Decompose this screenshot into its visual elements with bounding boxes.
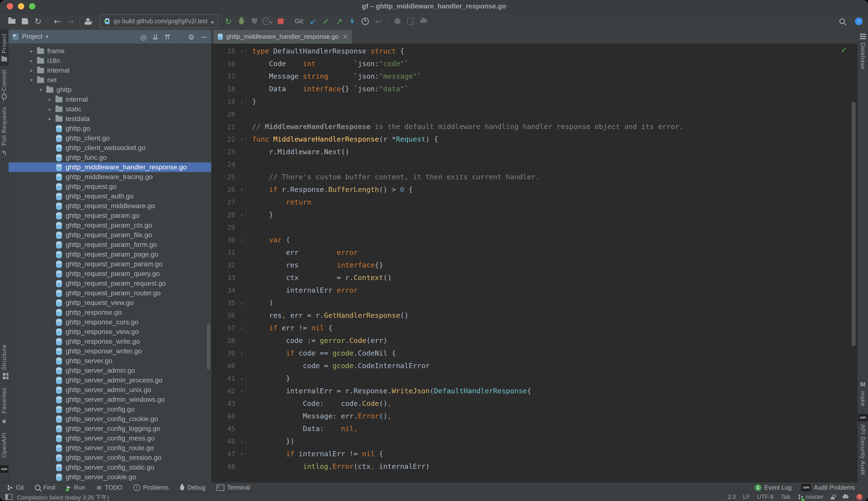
tool-button-openapi[interactable]: OpenAPI (0, 429, 8, 461)
tree-item-ghttp_func.go[interactable]: ghttp_func.go (9, 153, 211, 162)
editor-scrollbar[interactable] (851, 102, 856, 347)
editor-tab-active[interactable]: ghttp_middleware_handler_response.go (213, 30, 352, 44)
chevron-right-icon[interactable]: ▸ (27, 67, 36, 73)
tree-item-ghttp_server_config_cookie.go[interactable]: ghttp_server_config_cookie.go (9, 414, 211, 424)
git-commit-button[interactable] (320, 15, 332, 28)
tree-item-ghttp_server_config_route.go[interactable]: ghttp_server_config_route.go (9, 443, 211, 453)
tree-item-internal[interactable]: ▸internal (9, 66, 211, 75)
code-editor[interactable]: 15▾type DefaultHandlerResponse struct {1… (211, 44, 857, 482)
tree-item-ghttp_client_websocket.go[interactable]: ghttp_client_websocket.go (9, 143, 211, 153)
tree-item-ghttp.go[interactable]: ghttp.go (9, 124, 211, 134)
tree-item-ghttp_server.go[interactable]: ghttp_server.go (9, 356, 211, 366)
tree-item-static[interactable]: ▸static (9, 104, 211, 114)
find-usages-button[interactable] (405, 15, 417, 28)
tree-item-ghttp_request_param_file.go[interactable]: ghttp_request_param_file.go (9, 230, 211, 240)
code-line-40[interactable]: 40 code = gcode.CodeInternalError (211, 360, 857, 372)
locate-file-icon[interactable] (140, 33, 147, 41)
code-line-29[interactable]: 29 (211, 221, 857, 234)
code-line-24[interactable]: 24 (211, 158, 857, 171)
fold-close-icon[interactable]: ▴ (238, 439, 246, 444)
tree-item-ghttp_response_writer.go[interactable]: ghttp_response_writer.go (9, 347, 211, 356)
tree-item-ghttp_request_param_ctx.go[interactable]: ghttp_request_param_ctx.go (9, 221, 211, 230)
toolwindow-button-run[interactable]: Run (66, 484, 85, 491)
tree-item-ghttp_server_cookie.go[interactable]: ghttp_server_cookie.go (9, 472, 211, 482)
tree-item-ghttp_request_middleware.go[interactable]: ghttp_request_middleware.go (9, 201, 211, 211)
run-configuration-select[interactable]: go build github.com/gogf/gf/v2/.test (100, 14, 218, 28)
toolwindow-button-todo[interactable]: TODO (96, 484, 122, 491)
code-line-34[interactable]: 34 internalErr error (211, 284, 857, 297)
tool-button-pull-requests[interactable]: Pull Requests (0, 103, 8, 161)
code-line-35[interactable]: 35▴ ) (211, 297, 857, 309)
tree-item-ghttp_request_param.go[interactable]: ghttp_request_param.go (9, 211, 211, 221)
tree-item-ghttp_response.go[interactable]: ghttp_response.go (9, 308, 211, 317)
fold-open-icon[interactable]: ▾ (238, 187, 246, 192)
event-log-button[interactable]: 1Event Log (755, 484, 792, 491)
code-line-17[interactable]: 17 Message string `json:"message"` (211, 70, 857, 83)
code-line-18[interactable]: 18 Data interface{} `json:"data"` (211, 83, 857, 95)
code-line-48[interactable]: 48 intlog.Error(ctx, internalErr) (211, 460, 857, 473)
tool-button-database[interactable]: Database (858, 30, 868, 73)
code-line-20[interactable]: 20 (211, 108, 857, 120)
fold-open-icon[interactable]: ▾ (238, 325, 246, 331)
toolwindow-button-terminal[interactable]: Terminal (217, 484, 250, 491)
tree-item-ghttp_request_param_query.go[interactable]: ghttp_request_param_query.go (9, 269, 211, 279)
status-message[interactable]: Compilation failed (today 3:26 下午) (17, 493, 109, 501)
search-everywhere-button[interactable] (836, 15, 848, 28)
code-line-28[interactable]: 28▴ } (211, 209, 857, 221)
project-tree-scrollbar[interactable] (207, 324, 210, 370)
code-line-42[interactable]: 42▾ internalErr = r.Response.WriteJson(D… (211, 385, 857, 397)
toolwindow-toggle-icon[interactable] (5, 494, 13, 500)
chevron-down-icon[interactable]: ▾ (36, 87, 45, 93)
code-line-36[interactable]: 36 res, err = r.GetHandlerResponse() (211, 309, 857, 322)
tree-item-ghttp_middleware_tracing.go[interactable]: ghttp_middleware_tracing.go (9, 172, 211, 182)
code-line-30[interactable]: 30▾ var ( (211, 234, 857, 246)
minimize-window-button[interactable] (18, 3, 24, 9)
open-file-icon[interactable] (6, 15, 18, 28)
tool-button-structure[interactable]: Structure (0, 341, 8, 384)
fold-close-icon[interactable]: ▴ (238, 99, 246, 104)
coverage-button[interactable] (249, 15, 261, 28)
chevron-right-icon[interactable]: ▸ (45, 106, 54, 112)
save-all-icon[interactable] (19, 15, 31, 28)
tool-button-favorites[interactable]: Favorites (0, 384, 8, 429)
code-line-47[interactable]: 47▾ if internalErr != nil { (211, 448, 857, 460)
code-line-15[interactable]: 15▾type DefaultHandlerResponse struct { (211, 45, 857, 57)
code-line-23[interactable]: 23 r.Middleware.Next() (211, 146, 857, 158)
profiler-button[interactable] (262, 15, 274, 28)
fold-close-icon[interactable]: ▴ (238, 212, 246, 217)
chevron-down-icon[interactable]: ▾ (27, 77, 36, 83)
code-line-43[interactable]: 43 Code: code.Code(), (211, 397, 857, 410)
toolwindow-button-debug[interactable]: Debug (180, 484, 205, 491)
tree-item-ghttp_middleware_handler_response.go[interactable]: ghttp_middleware_handler_response.go (9, 162, 211, 172)
tree-item-ghttp_request.go[interactable]: ghttp_request.go (9, 182, 211, 191)
chevron-right-icon[interactable]: ▸ (45, 97, 54, 103)
tree-item-frame[interactable]: ▸frame (9, 46, 211, 56)
hide-panel-icon[interactable] (200, 33, 208, 41)
gear-icon[interactable] (188, 33, 195, 41)
tool-button-project[interactable]: Project (0, 30, 8, 66)
tree-item-ghttp_server_admin_unix.go[interactable]: ghttp_server_admin_unix.go (9, 385, 211, 395)
code-line-46[interactable]: 46▴ }) (211, 435, 857, 448)
line-separator[interactable]: LF (743, 493, 750, 500)
tree-item-ghttp_response_write.go[interactable]: ghttp_response_write.go (9, 337, 211, 347)
git-fetch-button[interactable] (346, 15, 358, 28)
tree-item-ghttp_server_config_logging.go[interactable]: ghttp_server_config_logging.go (9, 424, 211, 434)
fold-open-icon[interactable]: ▾ (238, 451, 246, 457)
sync-icon[interactable] (32, 15, 44, 28)
expand-all-icon[interactable] (152, 33, 158, 41)
tree-item-ghttp_server_config_static.go[interactable]: ghttp_server_config_static.go (9, 462, 211, 472)
caret-position[interactable]: 2:3 (728, 493, 736, 500)
tree-item-ghttp_server_admin.go[interactable]: ghttp_server_admin.go (9, 366, 211, 375)
shelve-button[interactable] (391, 15, 404, 28)
indent-style[interactable]: Tab (781, 493, 790, 500)
history-button[interactable] (359, 15, 371, 28)
collapse-all-icon[interactable] (164, 33, 170, 41)
close-window-button[interactable] (7, 3, 13, 9)
tool-button-make[interactable]: make (858, 377, 868, 410)
chevron-right-icon[interactable]: ▸ (27, 48, 36, 54)
tool-button-api-security-audit[interactable]: API Security Audit (858, 410, 868, 482)
tree-item-i18n[interactable]: ▸i18n (9, 56, 211, 66)
tree-item-ghttp_response_view.go[interactable]: ghttp_response_view.go (9, 327, 211, 337)
toolwindow-button-find[interactable]: Find (35, 484, 55, 491)
fold-open-icon[interactable]: ▾ (238, 237, 246, 243)
